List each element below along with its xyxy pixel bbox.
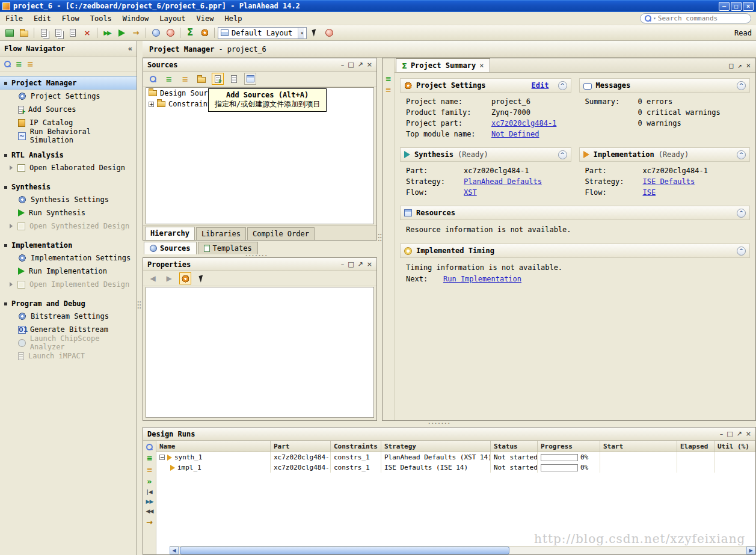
flownav-section-project-manager[interactable]: Project Manager (0, 76, 137, 90)
menu-file[interactable]: File (0, 13, 28, 25)
fast-forward-icon[interactable]: ▶▶ (146, 499, 153, 504)
edit-link[interactable]: Edit (532, 81, 549, 90)
expand-arrow-icon[interactable] (10, 224, 13, 228)
command-search-box[interactable]: ▾ (640, 13, 751, 23)
debug-world-button[interactable] (164, 26, 177, 39)
flownav-item-implementation-settings[interactable]: Implementation Settings (0, 251, 137, 265)
properties-body[interactable] (146, 287, 374, 418)
column-header-start[interactable]: Start (600, 441, 677, 452)
restore-panel-button[interactable]: □ (727, 430, 733, 438)
splitter-handle[interactable]: ······ (137, 301, 142, 310)
tree-collapse-icon[interactable]: − (159, 455, 165, 460)
add-sources-button[interactable]: + (212, 73, 224, 85)
expand-arrow-icon[interactable] (10, 165, 13, 170)
splitter-handle[interactable]: ······· (428, 422, 451, 425)
menu-window[interactable]: Window (117, 13, 154, 25)
synthesis-strategy-link[interactable]: PlanAhead Defaults (464, 177, 565, 186)
collapse-all-icon[interactable]: ≡ (385, 86, 391, 93)
menu-edit[interactable]: Edit (28, 13, 57, 25)
report-button[interactable]: Σ (183, 26, 197, 39)
design-runs-titlebar[interactable]: Design Runs – □ ↗ × (143, 428, 755, 441)
forward-button[interactable]: ▶ (163, 272, 175, 284)
run-implementation-link[interactable]: Run Implementation (443, 275, 744, 283)
sources-panel-titlebar[interactable]: Sources – □ ↗ × (143, 58, 376, 72)
synthesis-flow-link[interactable]: XST (464, 188, 565, 197)
menu-help[interactable]: Help (219, 13, 247, 25)
fast-run-icon[interactable]: » (147, 477, 152, 485)
search-dropdown-icon[interactable]: ▾ (653, 16, 656, 21)
minimize-panel-button[interactable]: – (341, 260, 345, 269)
flownav-item-run-behavioral-simulation[interactable]: ~ Run Behavioral Simulation (0, 129, 137, 143)
column-header-constraints[interactable]: Constraints (331, 441, 381, 452)
column-header-part[interactable]: Part (271, 441, 331, 452)
layout-select[interactable]: Default Layout ▾ (218, 27, 307, 39)
hierarchy-view-button[interactable] (244, 73, 256, 85)
implementation-strategy-link[interactable]: ISE Defaults (643, 177, 745, 186)
collapse-all-button[interactable]: ≡ (179, 73, 191, 85)
flownav-section-synthesis[interactable]: Synthesis (0, 181, 137, 193)
open-file-button[interactable] (195, 73, 207, 85)
expand-all-button[interactable]: ≡ (163, 73, 175, 85)
rewind-icon[interactable]: ◀◀ (146, 509, 153, 514)
run-button[interactable] (115, 26, 128, 39)
undo-button[interactable] (37, 26, 51, 39)
tab-close-icon[interactable]: × (479, 61, 484, 70)
menu-layout[interactable]: Layout (154, 13, 191, 25)
restore-panel-button[interactable]: □ (729, 61, 733, 70)
tab-hierarchy[interactable]: Hierarchy (145, 227, 195, 240)
minimize-button[interactable]: – (719, 2, 730, 11)
paste-button[interactable] (66, 26, 79, 39)
flownav-section-program-and-debug[interactable]: Program and Debug (0, 298, 137, 310)
top-module-link[interactable]: Not Defined (491, 130, 565, 138)
select-button[interactable] (195, 272, 207, 284)
open-project-button[interactable] (17, 26, 31, 39)
expand-all-icon[interactable]: ≡ (385, 75, 391, 82)
help-status-button[interactable] (322, 26, 336, 39)
collapse-section-button[interactable]: ^ (558, 81, 567, 90)
scroll-left-button[interactable]: ◀ (170, 547, 179, 554)
step-back-icon[interactable]: |◀ (146, 489, 152, 495)
delete-button[interactable]: × (81, 26, 94, 39)
flownav-item-open-synthesized-design[interactable]: Open Synthesized Design (0, 219, 137, 233)
scrollbar-track[interactable] (179, 547, 746, 554)
column-header-elapsed[interactable]: Elapsed (677, 441, 715, 452)
window-titlebar[interactable]: project_6 - [C:/zedboard/project_6/proje… (0, 0, 756, 12)
column-header-name[interactable]: Name (156, 441, 271, 452)
expand-all-icon[interactable]: ≡ (16, 60, 22, 68)
dropdown-icon[interactable]: ▾ (298, 28, 304, 38)
restore-button[interactable]: □ (731, 2, 742, 11)
run-all-button[interactable]: ▶▶ (100, 26, 114, 39)
select-tool-button[interactable] (308, 26, 321, 39)
properties-settings-button[interactable] (179, 272, 191, 284)
close-button[interactable]: × (743, 2, 754, 11)
world-button[interactable] (149, 26, 162, 39)
implementation-flow-link[interactable]: ISE (643, 188, 745, 197)
expand-all-icon[interactable]: ≡ (146, 455, 152, 462)
properties-panel-titlebar[interactable]: Properties – □ ↗ × (143, 258, 376, 271)
search-icon[interactable] (146, 444, 153, 450)
splitter-handle[interactable]: ······· (245, 254, 268, 257)
flownav-item-open-implemented-design[interactable]: Open Implemented Design (0, 278, 137, 291)
copy-button[interactable] (52, 26, 65, 39)
collapse-all-icon[interactable]: ≡ (27, 60, 34, 68)
horizontal-scrollbar[interactable]: ◀ ▶ (170, 546, 755, 554)
table-row-synth-1[interactable]: − synth_1 xc7z020clg484-1 constrs_1 Plan… (156, 452, 755, 462)
scrollbar-thumb[interactable] (180, 547, 509, 554)
search-button[interactable] (147, 73, 159, 85)
create-file-button[interactable] (228, 73, 240, 85)
panel-tab-sources[interactable]: Sources (144, 242, 197, 254)
search-input[interactable] (658, 14, 746, 22)
new-project-button[interactable] (3, 26, 16, 39)
tab-project-summary[interactable]: Σ Project Summary × (396, 58, 490, 72)
search-icon[interactable] (4, 61, 11, 67)
restore-panel-button[interactable]: □ (348, 61, 354, 69)
flownav-item-synthesis-settings[interactable]: Synthesis Settings (0, 193, 137, 206)
menu-view[interactable]: View (191, 13, 220, 25)
table-row-impl-1[interactable]: impl_1 xc7z020clg484-1 constrs_1 ISE Def… (156, 462, 755, 473)
step-button[interactable]: → (129, 26, 143, 39)
flownav-item-add-sources[interactable]: + Add Sources (0, 103, 137, 116)
splitter-handle[interactable]: ······ (378, 233, 383, 242)
tab-libraries[interactable]: Libraries (196, 227, 246, 240)
collapse-section-button[interactable]: ^ (737, 150, 746, 159)
collapse-panel-button[interactable]: « (128, 44, 132, 53)
